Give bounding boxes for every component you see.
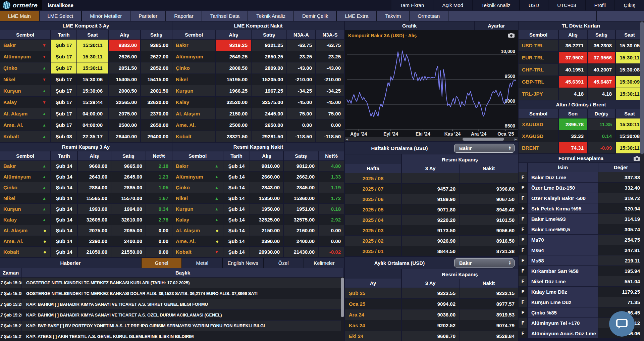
table-row[interactable]: Al. Alaşım●Şub 142150.002160.000.00 [172, 225, 344, 236]
table-row[interactable]: 2025 / 079457.209396.80 [345, 184, 518, 194]
haber-tab-kelimeler[interactable]: Kelimeler [304, 258, 344, 268]
table-row[interactable]: 17 Şub 15:27KAP: ATEKS [ ] AKIN TEKSTIL … [0, 331, 344, 341]
table-row[interactable]: FMs70254.75 [519, 235, 643, 245]
table-row[interactable]: 17 Şub 15:30GOSTERGE NITELIGINDEKI TC ME… [0, 278, 344, 288]
table-row[interactable]: 2025 / 049220.209101.50 [345, 215, 518, 225]
table-row[interactable]: Al. Alaşım2150.002445.0075.0075.00 [172, 108, 344, 119]
table-row[interactable]: Nikel▲Şub 1415565.0015570.001.67 [0, 193, 172, 203]
table-row[interactable]: Kobalt●Şub 1421050.0021550.000.00 [0, 247, 172, 257]
table-row[interactable]: CHF-TRL40.195140.200715:30:08 [519, 64, 643, 76]
haber-tab-metal[interactable]: Metal [182, 258, 222, 268]
table-row[interactable]: TRL-JPY4.184.1815:30:11 [519, 88, 643, 100]
menu-item--k-[interactable]: Çıkış [615, 0, 644, 10]
tab-lme-main[interactable]: LME Main [0, 11, 39, 21]
menu-item-utc-03[interactable]: UTC+03 [548, 0, 585, 10]
camera-icon[interactable] [508, 33, 515, 39]
scroll-right-icon[interactable]: ▶ [515, 138, 517, 141]
haftalik-symbol-select[interactable]: Bakır ▲▼ [454, 144, 515, 153]
table-row[interactable]: Nikel▼Şub 1715:30:0615405.0015415.00 [0, 74, 172, 85]
tab-ormetsan[interactable]: Ormetsan [410, 11, 448, 21]
table-row[interactable]: 17 Şub 15:28KAP: BAHKM [ ] BAHADIR KIMYA… [0, 310, 344, 320]
table-row[interactable]: Nikel15195.0015205.00-210.00-210.00 [172, 74, 344, 85]
table-row[interactable]: FKalay Lme Düz1179.25 [519, 287, 643, 297]
table-row[interactable]: Kurşun▲Şub 141993.001994.000.34 [0, 204, 172, 214]
table-row[interactable]: Çinko▲Şub 142843.002845.001.19 [172, 182, 344, 193]
table-row[interactable]: 2025 / 08 [345, 173, 518, 183]
table-row[interactable]: Alüminyum▲Şub 142643.002645.001.23 [0, 172, 172, 182]
menu-item-usd[interactable]: USD [520, 0, 548, 10]
grafik-tab[interactable]: Grafik [345, 21, 474, 30]
table-row[interactable]: Alüminyum2649.252650.2523.2523.25 [172, 51, 344, 62]
table-row[interactable]: 2025 / 018844.508731.38 [345, 246, 518, 256]
scroll-left-icon[interactable]: ◀ [346, 138, 348, 141]
table-row[interactable]: Kalay32520.0032575.00-45.00-45.00 [172, 97, 344, 108]
scrollbar-thumb[interactable] [341, 278, 344, 317]
haber-tab--zel[interactable]: Özel [264, 258, 304, 268]
table-row[interactable]: Kobalt28321.5029281.50-118.50-118.50 [172, 131, 344, 142]
table-row[interactable]: FBakır Düz Lme337.83 [519, 172, 643, 182]
table-row[interactable]: Kas 249202.529074.79 [345, 320, 518, 331]
menu-item-a-k-mod[interactable]: Açık Mod [433, 0, 472, 10]
table-row[interactable]: Bakır▲Şub 149660.009665.002.18 [0, 161, 172, 171]
table-row[interactable]: USD-TRL36.227136.230815:30:05 [519, 40, 643, 51]
menu-item-tam-ekran[interactable]: Tam Ekran [391, 0, 433, 10]
table-row[interactable]: Kalay▲Şub 1432605.0032610.002.78 [0, 214, 172, 225]
table-row[interactable]: FKırkambar Sarı %58195.94 [519, 266, 643, 276]
menu-item-teknik-analiz[interactable]: Teknik Analiz [473, 0, 519, 10]
page-scrollbar[interactable] [640, 21, 644, 341]
table-row[interactable]: Oca 259094.028977.57 [345, 299, 518, 309]
table-row[interactable]: Kurşun▲Şub 1715:30:062000.502001.50 [0, 85, 172, 96]
camera-icon[interactable] [634, 156, 640, 162]
table-row[interactable]: EUR-TRL37.950237.956615:30:11 [519, 52, 643, 63]
table-row[interactable]: FBakır Lme%90,5305.74 [519, 224, 643, 234]
table-row[interactable]: Ara 249036.008919.53 [345, 309, 518, 320]
table-row[interactable]: FÖzer Kalaylı Bakır -500319.72 [519, 193, 643, 203]
table-row[interactable]: 17 Şub 15:30GOSTERGE NITELIGINDEKI TC ME… [0, 288, 344, 299]
table-row[interactable]: 17 Şub 15:28KAP: BAHKM [ ] BAHADIR KIMYA… [0, 299, 344, 309]
ayarlar-tab[interactable]: Ayarlar [475, 21, 518, 30]
haber-tab-english-news[interactable]: English News [223, 258, 263, 268]
logo[interactable]: ormetre [0, 0, 42, 10]
table-row[interactable]: XAGUSD32.330.1415:30:08 [519, 130, 643, 142]
table-row[interactable]: XAUUSD2896.7811.3515:30:11 [519, 118, 643, 130]
table-row[interactable]: 2025 / 069189.909067.50 [345, 194, 518, 204]
table-row[interactable]: Ame. Al.●Şub 142390.002400.000.00 [0, 236, 172, 246]
table-row[interactable]: Ame. Al.●Şub 142390.002400.000.00 [172, 236, 344, 246]
table-row[interactable]: FSrk Petek Kırma %95320.94 [519, 203, 643, 213]
table-row[interactable]: FNikel Düz Lme551.04 [519, 276, 643, 286]
table-row[interactable]: Alüminyum▲Şub 142660.002662.001.33 [172, 172, 344, 182]
table-row[interactable]: Kalay▲Şub 1432525.0032575.002.92 [172, 214, 344, 225]
table-row[interactable]: Şub 259323.559232.15 [345, 288, 518, 298]
table-row[interactable]: Kobalt▲Şub 0822:35:1728440.0029400.00 [0, 131, 172, 142]
table-row[interactable]: GBP-TRL45.639145.648715:30:09 [519, 76, 643, 88]
table-row[interactable]: 2025 / 059071.808949.40 [345, 204, 518, 214]
table-row[interactable]: Çinko▲Şub 1715:30:112851.502852.00 [0, 62, 172, 74]
table-row[interactable]: 2025 / 039173.509056.60 [345, 225, 518, 235]
tab-demir-elik[interactable]: Demir Çelik [294, 11, 336, 21]
table-row[interactable]: Al. Alaşım●Şub 142075.002085.000.00 [0, 225, 172, 236]
table-row[interactable]: Çinko▲Şub 142884.002885.001.05 [0, 182, 172, 193]
tab-pariteler[interactable]: Pariteler [130, 11, 165, 21]
table-row[interactable]: Kurşun1966.251967.25-34.25-34.25 [172, 85, 344, 96]
tab-teknik-analiz[interactable]: Teknik Analiz [248, 11, 293, 21]
table-row[interactable]: Kalay▼Şub 1715:29:4432565.0032620.00 [0, 97, 172, 108]
haber-tab-genel[interactable]: Genel [142, 258, 181, 268]
table-row[interactable]: 17 Şub 15:27KAP: BVP BVSF [ ] BV PORTFOY… [0, 321, 344, 331]
tab-lme-select[interactable]: LME Select [40, 11, 82, 21]
table-row[interactable]: Alüminyum▼Şub 1715:30:112626.002627.00 [0, 51, 172, 62]
table-row[interactable]: FÖzer Lme Düz-150332.40 [519, 183, 643, 193]
tab-tarihsel-data[interactable]: Tarihsel Data [202, 11, 248, 21]
chat-button[interactable] [609, 311, 635, 337]
table-row[interactable]: 2025 / 029026.908916.50 [345, 236, 518, 246]
table-row[interactable]: Nikel▲Şub 1415350.0015360.001.72 [172, 193, 344, 203]
scrollbar-thumb[interactable] [463, 138, 504, 141]
table-row[interactable]: Çinko2808.502809.00-43.00-43.00 [172, 62, 344, 74]
table-row[interactable]: Eki 249608.709528.84 [345, 331, 518, 341]
table-row[interactable]: Bakır▼Şub 1715:30:119383.009385.00 [0, 40, 172, 51]
table-row[interactable]: FMs64247.81 [519, 245, 643, 255]
table-row[interactable]: Al. Alaşım▲Şub 1704:00:002075.002370.00 [0, 108, 172, 119]
table-row[interactable]: FKurşun Lme Düz71.35 [519, 297, 643, 307]
tab-takvim[interactable]: Takvim [377, 11, 409, 21]
chart-scrollbar[interactable]: ◀ ▶ [345, 137, 518, 141]
table-row[interactable]: FBakır Lme%93314.19 [519, 214, 643, 224]
